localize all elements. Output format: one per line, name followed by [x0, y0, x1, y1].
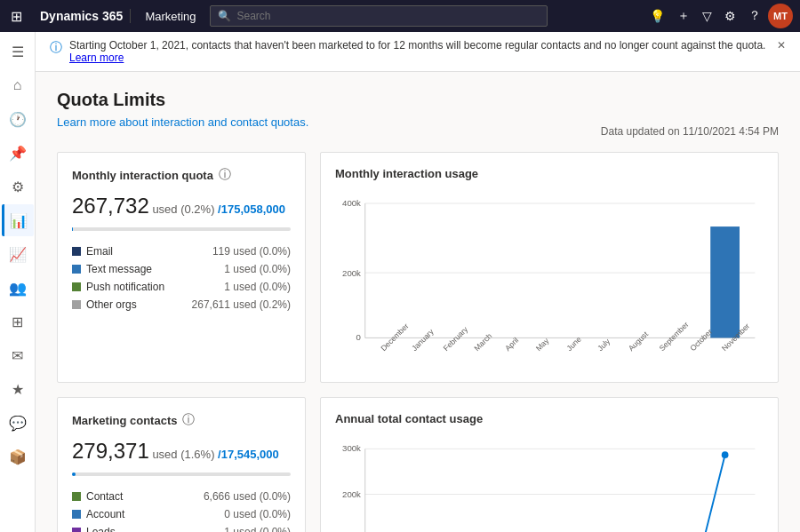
banner-close-button[interactable]: ✕: [777, 39, 786, 52]
contacts-quota-info-icon[interactable]: ⓘ: [182, 412, 195, 428]
leads-color-dot: [72, 528, 81, 532]
marketing-contacts-quota-card: Marketing contacts ⓘ 279,371 used (1.6%)…: [57, 397, 306, 532]
page-title: Quota Limits: [57, 90, 779, 110]
brand-name: Dynamics 365: [33, 9, 131, 23]
x-label-mar: March: [472, 331, 493, 353]
x-label-jul: July: [596, 337, 612, 353]
contacts-quota-breakdown: Contact 6,666 used (0.0%) Account 0 used…: [72, 490, 291, 532]
contacts-item-leads: Leads 1 used (0.0%): [72, 526, 291, 532]
annual-y-300k: 300k: [342, 443, 361, 453]
y-label-0: 0: [356, 332, 361, 342]
sidebar-item-segments[interactable]: ⊞: [2, 306, 34, 337]
annual-y-200k: 200k: [342, 489, 361, 499]
x-label-oct: October: [688, 327, 714, 353]
x-label-jan: January: [410, 327, 436, 353]
quota-learn-more-link[interactable]: Learn more about interaction and contact…: [57, 115, 308, 129]
dot-nov: [722, 451, 729, 458]
row-2: Marketing contacts ⓘ 279,371 used (1.6%)…: [57, 397, 779, 532]
sidebar-item-package[interactable]: 📦: [2, 441, 34, 472]
contacts-item-contact: Contact 6,666 used (0.0%): [72, 490, 291, 503]
sidebar-item-recent[interactable]: 🕐: [2, 103, 34, 135]
search-icon: 🔍: [218, 10, 231, 22]
x-label-jun: June: [564, 335, 582, 353]
monthly-interaction-quota-card: Monthly interaction quota ⓘ 267,732 used…: [57, 152, 306, 383]
page-content: Quota Limits Learn more about interactio…: [36, 72, 800, 532]
quota-item-email: Email 119 used (0.0%): [72, 245, 291, 258]
main-layout: ☰ ⌂ 🕐 📌 ⚙ 📊 📈 👥 ⊞ ✉ ★ 💬 📦 ⓘ Starting Oct…: [0, 32, 800, 532]
sidebar-item-email[interactable]: ✉: [2, 339, 34, 371]
contacts-item-account: Account 0 used (0.0%): [72, 508, 291, 520]
quota-item-text-message: Text message 1 used (0.0%): [72, 263, 291, 275]
push-notification-color-dot: [72, 282, 81, 291]
nav-icons: 💡 ＋ ▽ ⚙ ？ MT: [644, 4, 793, 28]
annual-data-line: [384, 455, 725, 532]
quota-item-push-notification: Push notification 1 used (0.0%): [72, 281, 291, 293]
learn-more-link[interactable]: Learn more: [69, 52, 124, 64]
sidebar-item-home[interactable]: ⌂: [2, 69, 34, 101]
contacts-quota-title: Marketing contacts ⓘ: [72, 412, 291, 428]
x-label-feb: February: [442, 324, 470, 353]
quota-item-other-orgs: Other orgs 267,611 used (0.2%): [72, 298, 291, 311]
top-navigation: ⊞ Dynamics 365 Marketing 🔍 💡 ＋ ▽ ⚙ ？ MT: [0, 0, 800, 32]
monthly-quota-breakdown: Email 119 used (0.0%) Text message 1 use…: [72, 245, 291, 311]
monthly-quota-info-icon[interactable]: ⓘ: [219, 167, 231, 183]
row-1: Monthly interaction quota ⓘ 267,732 used…: [57, 152, 779, 383]
contacts-quota-bar-fill: [72, 472, 76, 476]
help-lightbulb-icon[interactable]: 💡: [644, 5, 670, 27]
sidebar-item-active[interactable]: 📊: [2, 204, 34, 236]
add-icon[interactable]: ＋: [672, 4, 695, 28]
email-color-dot: [72, 247, 81, 256]
other-orgs-color-dot: [72, 300, 81, 309]
monthly-quota-bar: [72, 227, 291, 231]
search-input[interactable]: [236, 10, 540, 22]
bar-november: [710, 226, 740, 337]
contact-color-dot: [72, 492, 81, 501]
sidebar-item-people[interactable]: 👥: [2, 272, 34, 304]
x-label-sep: September: [658, 320, 691, 353]
sidebar: ☰ ⌂ 🕐 📌 ⚙ 📊 📈 👥 ⊞ ✉ ★ 💬 📦: [0, 32, 36, 532]
contacts-quota-used-number: 279,371 used (1.6%) /17,545,000: [72, 439, 291, 464]
sidebar-item-menu[interactable]: ☰: [2, 36, 34, 67]
monthly-quota-title: Monthly interaction quota ⓘ: [72, 167, 291, 183]
sidebar-item-chat[interactable]: 💬: [2, 407, 34, 439]
annual-chart-title: Annual total contact usage: [335, 412, 764, 425]
y-label-200k: 200k: [342, 268, 361, 278]
account-color-dot: [72, 510, 81, 519]
monthly-chart-title: Monthly interaction usage: [335, 167, 764, 180]
x-label-dec: December: [379, 322, 410, 353]
annual-contact-chart-card: Annual total contact usage 300k 200k 100…: [320, 397, 779, 532]
avatar[interactable]: MT: [768, 4, 793, 28]
filter-icon[interactable]: ▽: [697, 5, 717, 27]
info-banner-text: Starting October 1, 2021, contacts that …: [69, 39, 770, 64]
annual-chart-svg: 300k 200k 100k 0: [335, 433, 764, 532]
module-name: Marketing: [138, 10, 196, 23]
monthly-bar-chart: 400k 200k 0: [335, 187, 764, 368]
sidebar-item-settings[interactable]: ⚙: [2, 171, 34, 202]
waffle-icon[interactable]: ⊞: [7, 4, 26, 28]
monthly-quota-used-number: 267,732 used (0.2%) /175,058,000: [72, 194, 291, 218]
y-label-400k: 400k: [342, 198, 361, 208]
settings-icon[interactable]: ⚙: [719, 5, 741, 27]
monthly-chart-svg: 400k 200k 0: [335, 187, 764, 365]
sidebar-item-pinned[interactable]: 📌: [2, 137, 34, 169]
main-content: ⓘ Starting October 1, 2021, contacts tha…: [36, 32, 800, 532]
sidebar-item-chart[interactable]: 📈: [2, 238, 34, 270]
search-bar[interactable]: 🔍: [210, 5, 548, 27]
text-message-color-dot: [72, 265, 81, 274]
contacts-quota-bar: [72, 472, 291, 476]
annual-line-chart: 300k 200k 100k 0: [335, 433, 764, 532]
question-icon[interactable]: ？: [743, 4, 766, 28]
info-banner: ⓘ Starting October 1, 2021, contacts tha…: [36, 32, 800, 72]
sidebar-item-star[interactable]: ★: [2, 373, 34, 405]
x-label-aug: August: [627, 330, 651, 353]
info-icon: ⓘ: [50, 40, 62, 56]
monthly-interaction-chart-card: Monthly interaction usage 400k 200k 0: [320, 152, 779, 383]
x-label-may: May: [534, 336, 551, 353]
